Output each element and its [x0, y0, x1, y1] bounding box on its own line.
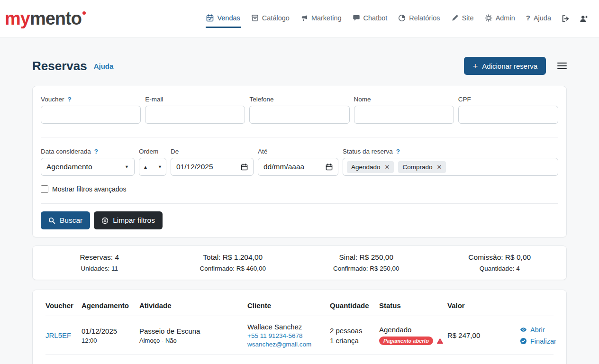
logout-button[interactable]	[562, 13, 570, 25]
summary-value: Total: R$ 1.204,00	[166, 253, 300, 262]
status-chip: Agendado ✕	[347, 161, 394, 173]
field-label: Data considerada	[41, 148, 91, 155]
col-atividade: Atividade	[139, 301, 247, 309]
page-header: Reservas Ajuda + Adicionar reserva	[32, 57, 567, 75]
nav-item-marketing[interactable]: Marketing	[300, 10, 342, 28]
cell-status: Agendado Pagamento aberto	[379, 326, 447, 345]
cell-cliente: Wallace Sanchez +55 11 91234-5678 wsanch…	[247, 323, 330, 348]
nav-label: Site	[462, 14, 474, 22]
clear-circle-icon	[101, 217, 109, 224]
open-button[interactable]: Abrir	[520, 326, 545, 334]
filter-order: Ordem ▲ ▼	[139, 148, 166, 176]
status-chip: Comprado ✕	[398, 161, 446, 173]
date-to-input[interactable]: dd/mm/aaaa	[258, 158, 338, 176]
summary-sinal: Sinal: R$ 250,00 Confirmado: R$ 250,00	[300, 253, 433, 272]
nav-label: Catálogo	[262, 14, 290, 22]
advanced-filters-toggle: Mostrar filtros avançados	[41, 185, 558, 193]
remove-chip-icon[interactable]: ✕	[385, 164, 390, 170]
voucher-input[interactable]	[41, 106, 141, 124]
summary-subvalue: Unidades: 11	[33, 265, 166, 272]
nav-item-admin[interactable]: Admin	[484, 10, 516, 28]
add-reservation-button[interactable]: + Adicionar reserva	[464, 57, 546, 75]
nav-item-chatbot[interactable]: Chatbot	[352, 10, 388, 28]
plus-icon: +	[472, 62, 478, 71]
brand-logo[interactable]: my mento	[5, 9, 86, 29]
nav-item-relatorios[interactable]: Relatórios	[398, 10, 440, 28]
nav-item-vendas[interactable]: Vendas	[206, 10, 240, 28]
field-label: CPF	[458, 96, 471, 103]
table-row	[45, 355, 554, 364]
nav-label: Marketing	[311, 14, 342, 22]
search-icon	[48, 217, 55, 224]
check-circle-icon	[520, 337, 527, 345]
date-considered-select[interactable]: Agendamento ▼	[41, 158, 135, 176]
remove-chip-icon[interactable]: ✕	[437, 164, 442, 170]
name-input[interactable]	[354, 106, 454, 124]
col-valor: Valor	[447, 301, 520, 309]
filter-date-considered: Data considerada ? Agendamento ▼	[41, 148, 135, 176]
filter-date-from: De 01/12/2025	[171, 148, 254, 176]
brand-prefix: my	[5, 9, 30, 29]
col-status: Status	[379, 301, 447, 309]
field-label: Nome	[354, 96, 371, 103]
client-email-link[interactable]: wsanchez@gmail.com	[247, 341, 330, 348]
col-voucher: Voucher	[45, 301, 82, 309]
nav-item-catalogo[interactable]: Catálogo	[251, 10, 290, 28]
nav-item-site[interactable]: Site	[451, 10, 474, 28]
client-name: Wallace Sanchez	[247, 323, 330, 331]
summary-subvalue: Confirmado: R$ 250,00	[300, 265, 433, 272]
status-multiselect[interactable]: Agendado ✕ Comprado ✕	[343, 158, 558, 176]
chevron-down-icon: ▼	[125, 164, 129, 169]
search-button[interactable]: Buscar	[41, 211, 90, 229]
catalog-box-icon	[251, 14, 259, 22]
main-nav: Vendas Catálogo Marketing Chatbot Relató…	[206, 0, 588, 37]
field-label: Telefone	[249, 96, 273, 103]
filter-field-email: E-mail	[145, 96, 245, 124]
chat-bubble-icon	[353, 14, 360, 22]
cpf-input[interactable]	[458, 106, 558, 124]
client-phone-link[interactable]: +55 11 91234-5678	[247, 332, 330, 339]
filter-date-to: Até dd/mm/aaaa	[258, 148, 338, 176]
user-plus-icon[interactable]	[580, 13, 588, 25]
divider	[41, 137, 558, 137]
date-from-input[interactable]: 01/12/2025	[171, 158, 254, 176]
summary-comissao: Comissão: R$ 0,00 Quantidade: 4	[433, 253, 567, 272]
nav-item-ajuda[interactable]: ? Ajuda	[526, 9, 552, 28]
cell-quantidade: 2 pessoas 1 criança	[330, 327, 379, 345]
page-title: Reservas	[32, 59, 87, 73]
summary-panel: Reservas: 4 Unidades: 11 Total: R$ 1.204…	[32, 246, 567, 280]
finish-button[interactable]: Finalizar	[520, 337, 556, 345]
help-icon[interactable]: ?	[94, 148, 98, 155]
brand-suffix: mento	[30, 9, 82, 29]
question-icon: ?	[526, 14, 530, 22]
nav-label: Relatórios	[409, 14, 440, 22]
help-icon[interactable]: ?	[396, 148, 400, 155]
order-select[interactable]: ▲ ▼	[139, 158, 166, 176]
menu-icon[interactable]	[557, 62, 567, 70]
col-agendamento: Agendamento	[82, 301, 139, 309]
cell-valor: R$ 247,00	[447, 331, 520, 339]
voucher-link[interactable]: JRL5EF	[45, 331, 82, 339]
col-cliente: Cliente	[247, 301, 330, 309]
nav-label: Vendas	[217, 14, 240, 22]
summary-value: Sinal: R$ 250,00	[300, 253, 433, 262]
summary-subvalue: Confirmado: R$ 460,00	[166, 265, 300, 272]
cell-actions: Abrir Finalizar	[520, 326, 556, 345]
filter-status: Status da reserva ? Agendado ✕ Comprado …	[343, 148, 558, 176]
help-icon[interactable]: ?	[68, 96, 72, 103]
summary-total: Total: R$ 1.204,00 Confirmado: R$ 460,00	[166, 253, 300, 272]
reservations-table: Voucher Agendamento Atividade Cliente Qu…	[32, 290, 567, 364]
brand-dot	[82, 11, 86, 15]
eye-icon	[520, 326, 527, 333]
advanced-filters-checkbox[interactable]	[41, 185, 48, 193]
clear-filters-button[interactable]: Limpar filtros	[94, 211, 163, 229]
phone-input[interactable]	[249, 106, 349, 124]
email-input[interactable]	[145, 106, 245, 124]
page-help-link[interactable]: Ajuda	[94, 62, 114, 70]
filter-field-cpf: CPF	[458, 96, 558, 124]
calendar-icon	[326, 164, 333, 171]
calendar-check-icon	[206, 14, 214, 22]
megaphone-icon	[300, 14, 308, 22]
summary-value: Reservas: 4	[33, 253, 166, 262]
cell-agendamento: 01/12/2025 12:00	[82, 327, 139, 344]
